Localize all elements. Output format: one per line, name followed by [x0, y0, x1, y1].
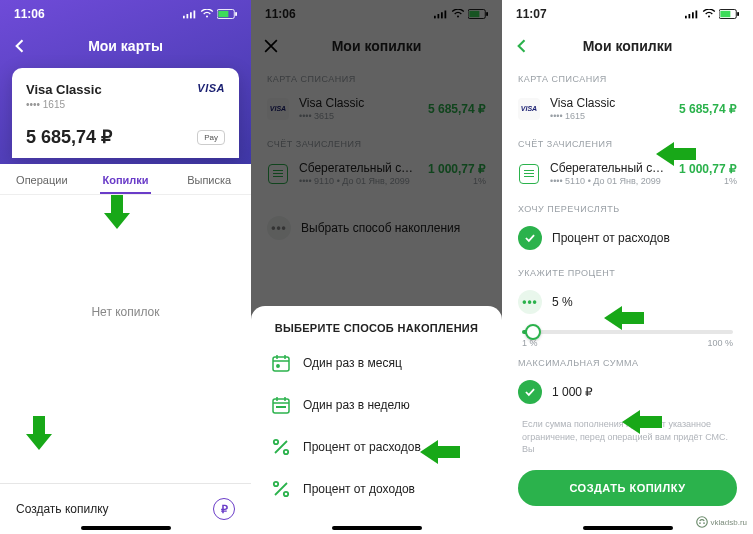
create-piggybank-button[interactable]: СОЗДАТЬ КОПИЛКУ	[518, 470, 737, 506]
svg-point-20	[274, 440, 278, 444]
tabs: Операции Копилки Выписка	[0, 164, 251, 195]
percent-value: 5 %	[552, 295, 573, 309]
method-value: Процент от расходов	[552, 231, 670, 245]
option-label: Процент от доходов	[303, 482, 415, 496]
status-icons	[685, 9, 739, 19]
card-balance: 5 685,74 ₽	[26, 126, 112, 148]
annotation-arrow-icon	[656, 140, 696, 168]
debit-mask: •••• 1615	[550, 111, 669, 121]
svg-point-23	[284, 492, 288, 496]
svg-rect-27	[696, 11, 698, 19]
svg-rect-7	[235, 12, 237, 16]
dots-icon: •••	[518, 290, 542, 314]
status-time: 11:07	[516, 7, 547, 21]
home-indicator[interactable]	[332, 526, 422, 530]
option-label: Один раз в неделю	[303, 398, 410, 412]
max-sum-value: 1 000 ₽	[552, 385, 593, 399]
option-label: Один раз в месяц	[303, 356, 402, 370]
card-mask: •••• 1615	[26, 99, 102, 110]
slider-knob[interactable]	[525, 324, 541, 340]
ruble-icon[interactable]: ₽	[213, 498, 235, 520]
svg-rect-31	[737, 12, 739, 16]
svg-point-4	[206, 16, 208, 18]
debit-card-row[interactable]: VISA Visa Classic •••• 1615 5 685,74 ₽	[502, 88, 753, 129]
screen-configure-piggy: 11:07 Мои копилки КАРТА СПИСАНИЯ VISA Vi…	[502, 0, 753, 534]
annotation-arrow-icon	[420, 438, 460, 466]
savings-icon	[518, 163, 540, 185]
label-max-sum: МАКСИМАЛЬНАЯ СУММА	[502, 348, 753, 372]
svg-point-21	[284, 450, 288, 454]
watermark: vkladsb.ru	[693, 514, 749, 530]
max-sum-row[interactable]: 1 000 ₽	[502, 372, 753, 412]
credit-name: Сберегательный счёт	[550, 161, 669, 175]
header: Мои копилки	[502, 28, 753, 64]
svg-rect-16	[273, 357, 289, 371]
svg-point-28	[708, 16, 710, 18]
check-icon	[518, 226, 542, 250]
apple-pay-button[interactable]: Pay	[197, 130, 225, 145]
card-tile[interactable]: Visa Classic •••• 1615 VISA 5 685,74 ₽ P…	[12, 68, 239, 158]
svg-point-17	[277, 365, 279, 367]
back-button[interactable]	[10, 36, 30, 56]
svg-rect-30	[720, 11, 730, 17]
screen-my-cards: 11:06 Мои карты Visa Classic •••• 1615 V…	[0, 0, 251, 534]
svg-rect-24	[685, 16, 687, 19]
method-row[interactable]: Процент от расходов	[502, 218, 753, 258]
annotation-arrow-icon	[22, 416, 56, 450]
screen-choose-method: 11:06 Мои копилки КАРТА СПИСАНИЯ VISA Vi…	[251, 0, 502, 534]
label-credit-account: СЧЁТ ЗАЧИСЛЕНИЯ	[502, 129, 753, 153]
option-monthly[interactable]: Один раз в месяц	[251, 342, 502, 384]
option-pct-expenses[interactable]: Процент от расходов	[251, 426, 502, 468]
svg-rect-25	[689, 14, 691, 18]
create-piggybank-link[interactable]: Создать копилку	[16, 502, 109, 516]
tab-piggybanks[interactable]: Копилки	[84, 164, 168, 194]
calendar-month-icon	[271, 353, 291, 373]
annotation-arrow-icon	[622, 408, 662, 436]
debit-amount: 5 685,74 ₽	[679, 102, 737, 116]
label-percent: УКАЖИТЕ ПРОЦЕНТ	[502, 258, 753, 282]
credit-sub: •••• 5110 • До 01 Янв, 2099	[550, 176, 669, 186]
status-icons	[183, 9, 237, 19]
back-button[interactable]	[512, 36, 532, 56]
annotation-arrow-icon	[100, 195, 134, 229]
calendar-week-icon	[271, 395, 291, 415]
option-weekly[interactable]: Один раз в неделю	[251, 384, 502, 426]
credit-pct: 1%	[679, 176, 737, 186]
svg-rect-26	[692, 12, 694, 18]
debit-name: Visa Classic	[550, 96, 669, 110]
status-bar: 11:07	[502, 0, 753, 28]
home-indicator[interactable]	[583, 526, 673, 530]
check-icon	[518, 380, 542, 404]
label-want-transfer: ХОЧУ ПЕРЕЧИСЛЯТЬ	[502, 194, 753, 218]
percent-icon	[271, 437, 291, 457]
tab-operations[interactable]: Операции	[0, 164, 84, 194]
tab-statement[interactable]: Выписка	[167, 164, 251, 194]
percent-icon	[271, 479, 291, 499]
page-title: Мои копилки	[583, 38, 673, 54]
visa-logo-icon: VISA	[197, 82, 225, 94]
page-title: Мои карты	[88, 38, 163, 54]
card-name: Visa Classic	[26, 82, 102, 97]
sheet-title: ВЫБЕРИТЕ СПОСОБ НАКОПЛЕНИЯ	[251, 322, 502, 342]
status-bar: 11:06	[0, 0, 251, 28]
status-time: 11:06	[14, 7, 45, 21]
svg-point-22	[274, 482, 278, 486]
method-sheet: ВЫБЕРИТЕ СПОСОБ НАКОПЛЕНИЯ Один раз в ме…	[251, 306, 502, 534]
annotation-arrow-icon	[604, 304, 644, 332]
svg-rect-2	[190, 12, 192, 18]
svg-rect-19	[276, 406, 286, 408]
label-debit-card: КАРТА СПИСАНИЯ	[502, 64, 753, 88]
svg-rect-0	[183, 16, 185, 19]
watermark-text: vkladsb.ru	[711, 518, 747, 527]
svg-point-32	[696, 517, 707, 528]
credit-account-row[interactable]: Сберегательный счёт •••• 5110 • До 01 Ян…	[502, 153, 753, 194]
svg-rect-3	[194, 11, 196, 19]
svg-rect-6	[218, 11, 228, 17]
option-pct-income[interactable]: Процент от доходов	[251, 468, 502, 510]
home-indicator[interactable]	[81, 526, 171, 530]
slider-max: 100 %	[707, 338, 733, 348]
option-label: Процент от расходов	[303, 440, 421, 454]
visa-icon: VISA	[518, 98, 540, 120]
header: Мои карты	[0, 28, 251, 64]
svg-rect-1	[187, 14, 189, 18]
